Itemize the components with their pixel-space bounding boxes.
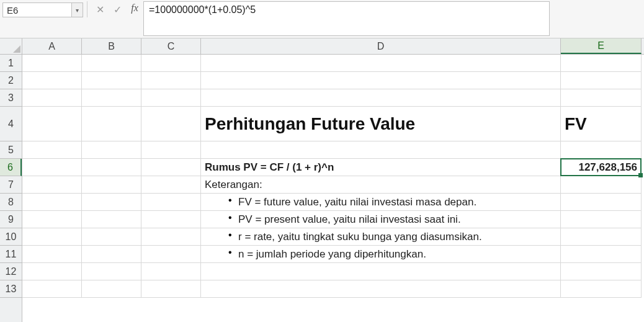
cell-D7[interactable]: Keterangan: [201,176,561,194]
row-13 [22,280,644,298]
check-icon: ✓ [114,4,122,16]
cell-D2[interactable] [201,72,561,89]
cell-C6[interactable] [141,159,201,176]
cells-grid: Perhitungan Future Value FV Rumus PV = C… [22,55,644,322]
cell-B3[interactable] [82,89,141,107]
row-header-10[interactable]: 10 [0,228,22,246]
cell-A11[interactable] [22,246,82,263]
cell-D12[interactable] [201,263,561,280]
row-header-5[interactable]: 5 [0,141,22,159]
row-header-6[interactable]: 6 [0,159,22,176]
cell-D1[interactable] [201,55,561,72]
cell-E12[interactable] [561,263,642,280]
cell-E10[interactable] [561,228,642,246]
cell-C2[interactable] [141,72,201,89]
cell-C11[interactable] [141,246,201,263]
cell-A4[interactable] [22,107,82,141]
row-header-11[interactable]: 11 [0,246,22,263]
cell-A2[interactable] [22,72,82,89]
cell-B9[interactable] [82,211,141,228]
row-header-13[interactable]: 13 [0,280,22,298]
bullet-fv: FV = future value, yaitu nilai investasi… [238,196,476,208]
row-header-9[interactable]: 9 [0,211,22,228]
cell-A13[interactable] [22,280,82,298]
cell-D4[interactable]: Perhitungan Future Value [201,107,561,141]
cell-E13[interactable] [561,280,642,298]
cell-A6[interactable] [22,159,82,176]
cell-B5[interactable] [82,141,141,159]
svg-marker-0 [13,45,20,53]
cell-C13[interactable] [141,280,201,298]
cell-B1[interactable] [82,55,141,72]
row-header-4[interactable]: 4 [0,107,22,141]
cell-C12[interactable] [141,263,201,280]
namebox-dropdown-button[interactable]: ▾ [72,2,83,17]
row-header-12[interactable]: 12 [0,263,22,280]
cell-D8[interactable]: FV = future value, yaitu nilai investasi… [201,194,561,211]
cell-A3[interactable] [22,89,82,107]
cell-D9[interactable]: PV = present value, yaitu nilai investas… [201,211,561,228]
cell-A1[interactable] [22,55,82,72]
col-header-D[interactable]: D [201,38,561,54]
row-header-3[interactable]: 3 [0,89,22,107]
cell-B10[interactable] [82,228,141,246]
cell-C1[interactable] [141,55,201,72]
cell-A10[interactable] [22,228,82,246]
cell-E4[interactable]: FV [561,107,642,141]
cell-C5[interactable] [141,141,201,159]
cell-E6[interactable]: 127,628,156 [561,159,642,176]
cell-B13[interactable] [82,280,141,298]
row-12 [22,263,644,280]
cell-C10[interactable] [141,228,201,246]
col-header-E[interactable]: E [561,38,642,54]
cell-D10[interactable]: r = rate, yaitu tingkat suku bunga yang … [201,228,561,246]
cell-C7[interactable] [141,176,201,194]
cell-E2[interactable] [561,72,642,89]
cell-D5[interactable] [201,141,561,159]
cell-C9[interactable] [141,211,201,228]
formula-input[interactable] [143,1,550,36]
cell-B6[interactable] [82,159,141,176]
cancel-formula-button[interactable]: ✕ [91,1,109,17]
cell-D11[interactable]: n = jumlah periode yang diperhitungkan. [201,246,561,263]
cell-D6[interactable]: Rumus PV = CF / (1 + r)^n [201,159,561,176]
cell-A7[interactable] [22,176,82,194]
cell-B7[interactable] [82,176,141,194]
cell-C8[interactable] [141,194,201,211]
cell-A5[interactable] [22,141,82,159]
cell-C3[interactable] [141,89,201,107]
row-3 [22,89,644,107]
cell-A12[interactable] [22,263,82,280]
row-header-7[interactable]: 7 [0,176,22,194]
cell-B4[interactable] [82,107,141,141]
cell-A8[interactable] [22,194,82,211]
cell-B2[interactable] [82,72,141,89]
bullet-n: n = jumlah periode yang diperhitungkan. [238,248,426,261]
cell-C4[interactable] [141,107,201,141]
row-header-1[interactable]: 1 [0,55,22,72]
select-all-corner[interactable] [0,38,22,55]
name-box-input[interactable] [2,2,72,17]
cell-E8[interactable] [561,194,642,211]
namebox-wrap: ▾ [2,1,83,19]
cell-E9[interactable] [561,211,642,228]
cell-B11[interactable] [82,246,141,263]
cell-E7[interactable] [561,176,642,194]
col-header-C[interactable]: C [141,38,201,54]
cell-E1[interactable] [561,55,642,72]
insert-function-button[interactable]: fx [126,2,143,14]
row-header-2[interactable]: 2 [0,72,22,89]
cell-E5[interactable] [561,141,642,159]
col-header-B[interactable]: B [82,38,141,54]
cell-A9[interactable] [22,211,82,228]
cell-B12[interactable] [82,263,141,280]
cell-D3[interactable] [201,89,561,107]
col-header-A[interactable]: A [22,38,82,54]
row-header-8[interactable]: 8 [0,194,22,211]
enter-formula-button[interactable]: ✓ [109,1,126,17]
cell-E11[interactable] [561,246,642,263]
cell-B8[interactable] [82,194,141,211]
cell-D13[interactable] [201,280,561,298]
cell-E3[interactable] [561,89,642,107]
title-text: Perhitungan Future Value [205,114,415,134]
